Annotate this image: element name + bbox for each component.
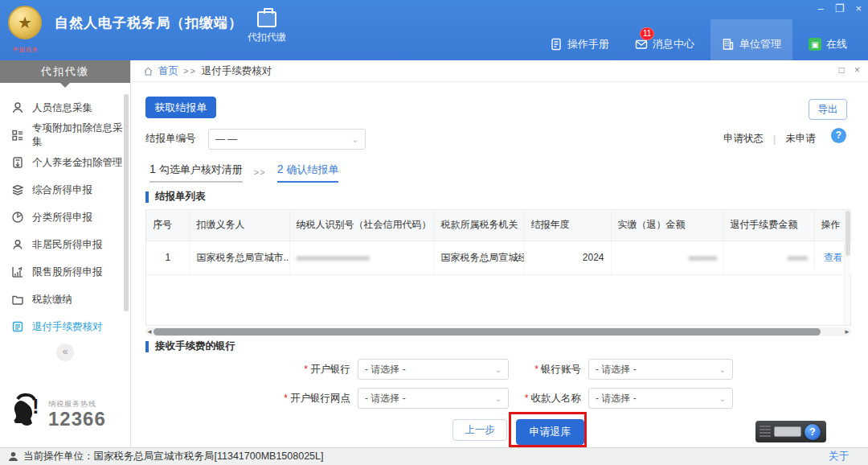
cell-paid-amount: ●●●●●●● bbox=[611, 241, 723, 274]
bank-account-select[interactable]: - 请选择 -⌄ bbox=[588, 359, 733, 380]
sidebar-item-restricted-stock[interactable]: 限售股所得申报 bbox=[0, 258, 130, 286]
apply-status-value: 未申请 bbox=[785, 132, 816, 146]
sidebar-item-special-deduction[interactable]: 专项附加扣除信息采集 bbox=[0, 121, 130, 149]
floating-helper-widget[interactable]: ? bbox=[755, 421, 826, 442]
bank-branch-select[interactable]: - 请选择 -⌄ bbox=[358, 388, 509, 409]
bank-account-label: *银行账号 bbox=[497, 363, 581, 377]
section-bar-icon bbox=[145, 341, 149, 352]
col-withholding-agent: 扣缴义务人 bbox=[190, 210, 289, 241]
brand: ★ 中国税务 自然人电子税务局（扣缴端） bbox=[8, 6, 243, 39]
sidebar-item-pension-deduction[interactable]: 个人养老金扣除管理 bbox=[0, 149, 130, 176]
sidebar-item-refund-fee-check[interactable]: 退付手续费核对 bbox=[0, 313, 130, 340]
masked-fee-amount: ●●●●● bbox=[787, 253, 807, 262]
current-operation-unit: 当前操作单位：国家税务总局宣城市税务局[11341700MB1508025L] bbox=[23, 450, 324, 463]
section-bar-icon bbox=[145, 191, 149, 203]
chevron-down-icon: ⌄ bbox=[719, 365, 726, 374]
sidebar-item-tax-payment[interactable]: 税款缴纳 bbox=[0, 286, 130, 313]
window-minimize-button[interactable]: – bbox=[818, 3, 824, 14]
required-asterisk: * bbox=[284, 393, 288, 404]
status-bar: 当前操作单位：国家税务总局宣城市税务局[11341700MB1508025L] … bbox=[0, 447, 868, 465]
briefcase-icon bbox=[257, 11, 276, 27]
breadcrumb-separator: >> bbox=[183, 66, 197, 76]
table-horizontal-scrollbar[interactable]: ◄ ► bbox=[145, 327, 851, 336]
sidebar-item-personnel-info[interactable]: 人员信息采集 bbox=[0, 94, 130, 121]
breadcrumb-current: 退付手续费核对 bbox=[202, 64, 272, 78]
module-tab-withholding[interactable]: 代扣代缴 bbox=[241, 11, 293, 44]
bank-section-title: 接收手续费的银行 bbox=[145, 339, 235, 353]
nav-online-status[interactable]: ▣ 在线 bbox=[799, 27, 857, 61]
nav-manual[interactable]: 操作手册 bbox=[540, 27, 619, 61]
step-wizard: 1勾选单户核对清册 >> 2确认结报单 bbox=[149, 163, 338, 183]
window-restore-button[interactable]: ❐ bbox=[835, 3, 845, 14]
payee-name-select[interactable]: - 请选择 -⌄ bbox=[588, 388, 733, 409]
step-1-select-checklist[interactable]: 1勾选单户核对清册 bbox=[149, 163, 243, 183]
breadcrumb: 首页 >> 退付手续费核对 □ × bbox=[132, 60, 868, 82]
hotline-block: ! 纳税服务热线 12366 bbox=[10, 393, 106, 430]
col-fee-amount: 退付手续费金额 bbox=[723, 210, 814, 241]
headset-person-icon: ! bbox=[10, 393, 43, 430]
required-asterisk: * bbox=[525, 393, 529, 404]
payee-name-label: *收款人名称 bbox=[497, 392, 581, 405]
col-paid-amount: 实缴（退）金额 bbox=[611, 210, 723, 241]
svg-text:!: ! bbox=[32, 394, 39, 418]
previous-step-button[interactable]: 上一步 bbox=[452, 419, 507, 441]
sidebar-item-classified-income[interactable]: 分类所得申报 bbox=[0, 204, 130, 231]
scroll-right-icon[interactable]: ► bbox=[844, 327, 850, 336]
view-link[interactable]: 查看 bbox=[824, 252, 843, 263]
required-asterisk: * bbox=[304, 364, 308, 375]
sidebar-header: 代扣代缴 bbox=[0, 60, 130, 83]
chevron-down-icon: ⌄ bbox=[719, 394, 726, 403]
panel-restore-button[interactable]: □ bbox=[839, 64, 845, 76]
panel-close-button[interactable]: × bbox=[854, 64, 860, 76]
bank-name-select[interactable]: - 请选择 -⌄ bbox=[358, 359, 509, 380]
apply-status: 申请状态 | 未申请 bbox=[723, 132, 816, 146]
message-badge: 11 bbox=[640, 27, 654, 40]
table-vertical-scrollbar[interactable] bbox=[844, 210, 850, 325]
settlement-list-section-title: 结报单列表 bbox=[145, 190, 206, 204]
sidebar: 代扣代缴 人员信息采集 专项附加扣除信息采集 个人养老金扣除管理 综合所得申报 … bbox=[0, 60, 131, 447]
app-title: 自然人电子税务局（扣缴端） bbox=[55, 14, 243, 32]
step-2-confirm-settlement[interactable]: 2确认结报单 bbox=[277, 163, 339, 183]
chevron-down-icon: ⌄ bbox=[352, 135, 358, 144]
window-close-button[interactable]: × bbox=[855, 3, 862, 14]
pie-chart-icon bbox=[11, 211, 24, 224]
breadcrumb-home-link[interactable]: 首页 bbox=[158, 64, 178, 78]
col-seq: 序号 bbox=[146, 210, 190, 241]
settlement-table: 序号 扣缴义务人 纳税人识别号（社会信用代码） 税款所属税务机关 结报年度 实缴… bbox=[145, 209, 851, 326]
help-icon[interactable]: ? bbox=[831, 128, 846, 143]
apply-refund-button[interactable]: 申请退库 bbox=[516, 419, 584, 445]
layers-icon bbox=[11, 183, 24, 196]
settlement-no-label: 结报单编号 bbox=[145, 132, 196, 146]
col-tax-authority: 税款所属税务机关 bbox=[434, 210, 524, 241]
logo-caption: 中国税务 bbox=[13, 46, 39, 54]
sidebar-collapse-button[interactable]: « bbox=[56, 344, 74, 361]
fetch-settlement-button[interactable]: 获取结报单 bbox=[145, 97, 216, 118]
sidebar-item-comprehensive-income[interactable]: 综合所得申报 bbox=[0, 176, 130, 204]
scroll-left-icon[interactable]: ◄ bbox=[146, 327, 153, 336]
horizontal-scroll-thumb[interactable] bbox=[154, 328, 821, 335]
person-outline-icon bbox=[11, 238, 24, 251]
sidebar-scrollbar[interactable] bbox=[124, 94, 129, 311]
person-icon bbox=[11, 101, 24, 114]
cell-tax-authority: 国家税务总局宣城经... bbox=[434, 241, 524, 274]
bank-name-label: *开户银行 bbox=[228, 363, 350, 377]
sidebar-item-nonresident-income[interactable]: 非居民所得申报 bbox=[0, 231, 130, 258]
nav-message-center[interactable]: 11 消息中心 bbox=[625, 27, 704, 61]
tax-bureau-logo-icon: ★ bbox=[8, 6, 42, 39]
app-window: – ❐ × ★ 中国税务 自然人电子税务局（扣缴端） 代扣代缴 操作手册 11 … bbox=[0, 0, 868, 465]
apply-status-label: 申请状态 bbox=[723, 132, 764, 146]
cell-taxpayer-id: ●●●●●●●●●●●●●●●●●● bbox=[289, 241, 434, 274]
table-row: 1 国家税务总局宣城市... ●●●●●●●●●●●●●●●●●● 国家税务总局… bbox=[146, 241, 852, 274]
bank-branch-label: *开户银行网点 bbox=[228, 392, 350, 405]
building-icon bbox=[722, 38, 735, 51]
widget-question-icon[interactable]: ? bbox=[805, 424, 821, 440]
about-link[interactable]: 关于 bbox=[829, 450, 849, 463]
widget-keypad-icon bbox=[774, 426, 801, 437]
folder-icon bbox=[11, 293, 24, 306]
top-header-bar: – ❐ × ★ 中国税务 自然人电子税务局（扣缴端） 代扣代缴 操作手册 11 … bbox=[0, 0, 868, 60]
required-asterisk: * bbox=[534, 364, 538, 375]
home-icon bbox=[143, 66, 154, 76]
cell-withholding-agent: 国家税务总局宣城市... bbox=[190, 241, 289, 274]
settlement-no-select[interactable]: — — ⌄ bbox=[208, 129, 366, 150]
export-button[interactable]: 导出 bbox=[809, 99, 847, 120]
